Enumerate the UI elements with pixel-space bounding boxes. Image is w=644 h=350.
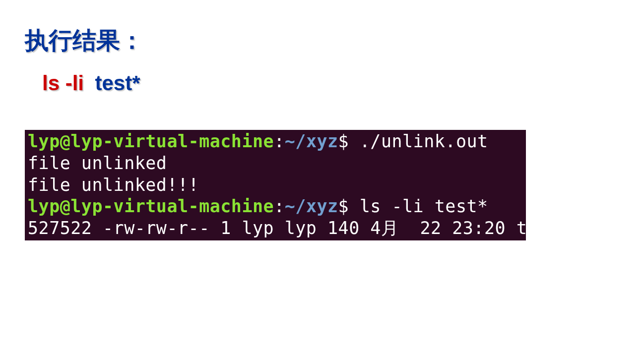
terminal-command-2: ls -li test* — [360, 196, 488, 216]
heading-title: 执行结果： — [25, 25, 619, 57]
terminal-prompt-path-2: ~/xyz — [285, 196, 338, 216]
command-red-part: ls -li — [42, 71, 84, 95]
terminal-prompt-user: lyp@lyp-virtual-machine — [28, 131, 274, 151]
terminal-prompt-dollar-2: $ — [338, 196, 360, 216]
terminal-output-3: 527522 -rw-rw-r-- 1 lyp lyp 140 4月 22 23… — [28, 218, 559, 238]
terminal-output-2: file unlinked!!! — [28, 175, 199, 195]
terminal-window: lyp@lyp-virtual-machine:~/xyz$ ./unlink.… — [25, 130, 526, 240]
command-blue-part: test* — [95, 71, 140, 95]
terminal-prompt-dollar: $ — [338, 131, 360, 151]
terminal-prompt-sep: : — [274, 131, 285, 151]
terminal-output-1: file unlinked — [28, 153, 167, 173]
terminal-prompt-user-2: lyp@lyp-virtual-machine — [28, 196, 274, 216]
terminal-prompt-path: ~/xyz — [285, 131, 338, 151]
command-display: ls -li test* — [42, 71, 619, 95]
terminal-command-1: ./unlink.out — [360, 131, 488, 151]
terminal-prompt-sep-2: : — [274, 196, 285, 216]
